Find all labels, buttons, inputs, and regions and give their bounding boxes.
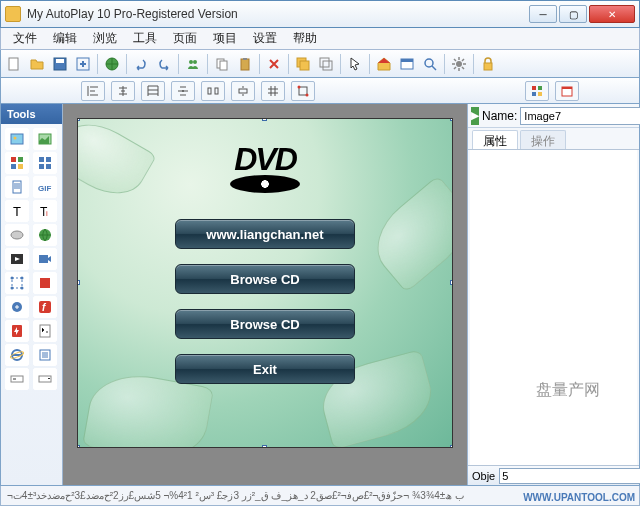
menu-tools[interactable]: 工具 [125, 28, 165, 49]
button-tool-icon[interactable] [5, 224, 29, 246]
picture-tool-icon[interactable] [33, 128, 57, 150]
layers-icon[interactable] [315, 53, 337, 75]
new-icon[interactable] [3, 53, 25, 75]
svg-point-49 [11, 231, 23, 239]
pdf-tool-icon[interactable] [5, 320, 29, 342]
align-top-icon[interactable] [171, 81, 195, 101]
home-icon[interactable] [373, 53, 395, 75]
menu-browse[interactable]: 浏览 [85, 28, 125, 49]
grid-view-icon[interactable] [525, 81, 549, 101]
svg-rect-29 [532, 92, 536, 96]
list-tool-icon[interactable] [33, 344, 57, 366]
window-icon[interactable] [396, 53, 418, 75]
menu-file[interactable]: 文件 [5, 28, 45, 49]
flash-tool-icon[interactable]: f [33, 296, 57, 318]
svg-rect-24 [299, 87, 307, 95]
distribute-h-icon[interactable] [201, 81, 225, 101]
dvd-logo[interactable]: DVD [234, 141, 296, 178]
watermark-url: WWW.UPANTOOL.COM [523, 492, 635, 503]
paste-icon[interactable] [234, 53, 256, 75]
svg-point-17 [425, 59, 433, 67]
web-tool-icon[interactable] [33, 224, 57, 246]
grid-icon[interactable] [261, 81, 285, 101]
canvas-button-1[interactable]: www.liangchan.net [175, 219, 355, 249]
canvas-button-4[interactable]: Exit [175, 354, 355, 384]
textbox-tool-icon[interactable] [5, 368, 29, 390]
align-right-icon[interactable] [141, 81, 165, 101]
windows-tool-icon[interactable] [33, 152, 57, 174]
svg-rect-9 [241, 59, 249, 70]
menu-page[interactable]: 页面 [165, 28, 205, 49]
svg-point-55 [21, 277, 24, 280]
close-button[interactable]: ✕ [589, 5, 635, 23]
svg-point-56 [11, 287, 14, 290]
svg-rect-8 [220, 61, 227, 70]
redo-icon[interactable] [153, 53, 175, 75]
svg-rect-10 [243, 58, 247, 60]
gear-icon[interactable] [448, 53, 470, 75]
search-icon[interactable] [419, 53, 441, 75]
saveall-icon[interactable] [72, 53, 94, 75]
image-tool-icon[interactable] [5, 128, 29, 150]
svg-rect-43 [46, 164, 51, 169]
menu-edit[interactable]: 编辑 [45, 28, 85, 49]
text-tool-icon[interactable]: T [5, 200, 29, 222]
canvas-button-3[interactable]: Browse CD [175, 309, 355, 339]
svg-rect-30 [538, 92, 542, 96]
globe-icon[interactable] [101, 53, 123, 75]
svg-point-54 [11, 277, 14, 280]
svg-rect-22 [215, 88, 218, 94]
name-input[interactable] [520, 107, 640, 125]
distribute-v-icon[interactable] [231, 81, 255, 101]
color-tool-icon[interactable] [5, 152, 29, 174]
svg-rect-52 [39, 255, 48, 263]
tab-actions[interactable]: 操作 [520, 130, 566, 149]
maximize-button[interactable]: ▢ [559, 5, 587, 23]
media-tool-icon[interactable] [5, 248, 29, 270]
cursor-icon[interactable] [344, 53, 366, 75]
richtext-tool-icon[interactable]: Ti [33, 200, 57, 222]
svg-rect-13 [320, 58, 329, 67]
canvas-area[interactable]: DVD www.liangchan.net Browse CD Browse C… [63, 104, 467, 485]
shape-tool-icon[interactable] [5, 272, 29, 294]
svg-rect-21 [208, 88, 211, 94]
menu-help[interactable]: 帮助 [285, 28, 325, 49]
document-tool-icon[interactable] [5, 176, 29, 198]
main-toolbar [0, 50, 640, 78]
svg-rect-23 [239, 89, 247, 93]
combo-tool-icon[interactable] [33, 368, 57, 390]
svg-rect-28 [538, 86, 542, 90]
object-select[interactable] [499, 468, 640, 484]
delete-icon[interactable] [263, 53, 285, 75]
design-canvas[interactable]: DVD www.liangchan.net Browse CD Browse C… [77, 118, 453, 448]
minimize-button[interactable]: ─ [529, 5, 557, 23]
undo-icon[interactable] [130, 53, 152, 75]
link-tool-icon[interactable] [5, 296, 29, 318]
copy-icon[interactable] [211, 53, 233, 75]
open-icon[interactable] [26, 53, 48, 75]
menu-settings[interactable]: 设置 [245, 28, 285, 49]
script-tool-icon[interactable] [33, 320, 57, 342]
svg-rect-67 [11, 376, 23, 382]
menu-project[interactable]: 项目 [205, 28, 245, 49]
go-button[interactable]: ▶ [471, 107, 479, 125]
video-tool-icon[interactable] [33, 248, 57, 270]
align-center-icon[interactable] [111, 81, 135, 101]
ie-tool-icon[interactable] [5, 344, 29, 366]
stack-icon[interactable] [292, 53, 314, 75]
gif-tool-icon[interactable]: GIF [33, 176, 57, 198]
calendar-icon[interactable] [555, 81, 579, 101]
svg-rect-2 [56, 59, 64, 63]
align-left-icon[interactable] [81, 81, 105, 101]
svg-rect-37 [18, 157, 23, 162]
lock-icon[interactable] [477, 53, 499, 75]
app-icon [5, 6, 21, 22]
svg-point-25 [298, 85, 301, 88]
fill-tool-icon[interactable] [33, 272, 57, 294]
canvas-button-2[interactable]: Browse CD [175, 264, 355, 294]
users-icon[interactable] [182, 53, 204, 75]
tab-properties[interactable]: 属性 [472, 130, 518, 149]
snap-icon[interactable] [291, 81, 315, 101]
svg-rect-0 [9, 58, 18, 70]
save-icon[interactable] [49, 53, 71, 75]
